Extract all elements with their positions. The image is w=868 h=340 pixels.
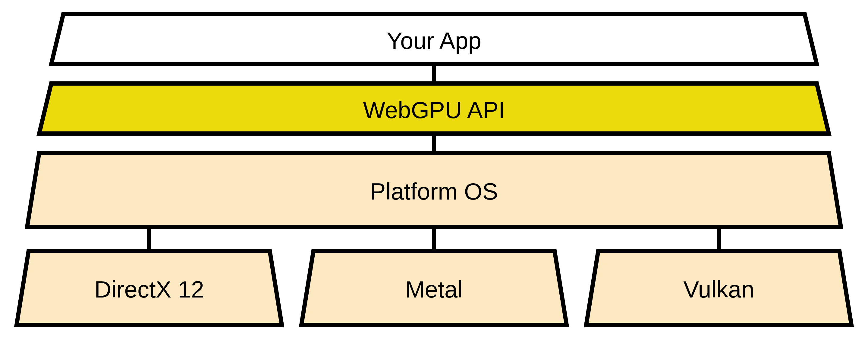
diagram-canvas: Your App WebGPU API Platform OS DirectX … [0, 0, 868, 340]
connector-webgpu-platform [432, 136, 436, 151]
connector-app-webgpu [432, 66, 436, 82]
layer-backend-2-label: Vulkan [683, 276, 754, 303]
layer-backend-1-label: Metal [405, 276, 463, 303]
layer-app-label: Your App [387, 27, 481, 55]
connector-platform-backend-1 [432, 229, 436, 249]
layer-webgpu-label: WebGPU API [363, 96, 505, 124]
layer-backend-0-label: DirectX 12 [94, 276, 204, 303]
layer-platform-label: Platform OS [370, 178, 498, 205]
connector-platform-backend-2 [717, 229, 721, 249]
connector-platform-backend-0 [147, 229, 151, 249]
